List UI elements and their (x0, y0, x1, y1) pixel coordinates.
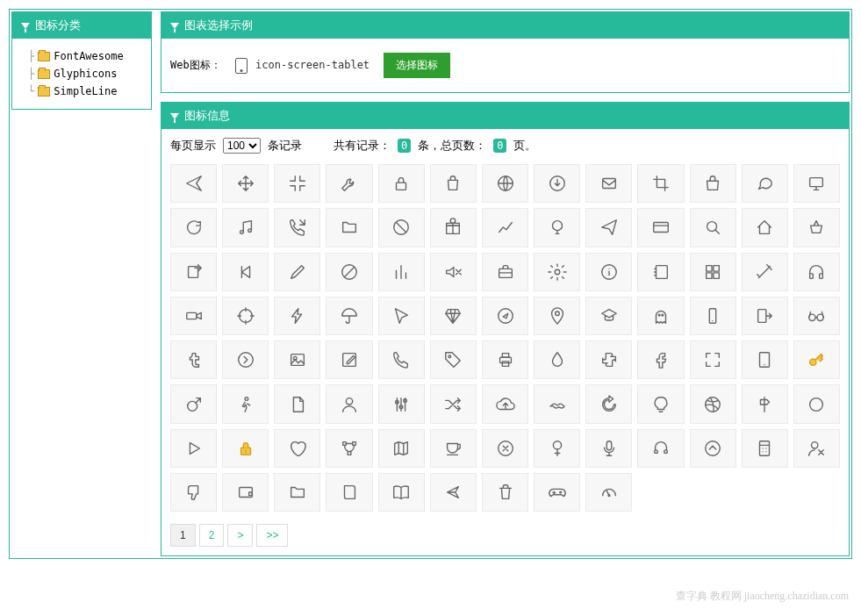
tree-item-glyphicons[interactable]: ├ Glyphicons (21, 65, 142, 82)
refresh-icon[interactable] (585, 384, 632, 423)
gift-icon[interactable] (430, 208, 477, 247)
lock-gold-icon[interactable] (222, 429, 269, 468)
compass-icon[interactable] (482, 297, 528, 335)
credit-card-icon[interactable] (637, 208, 684, 247)
circle-icon[interactable] (793, 384, 840, 423)
page-1[interactable]: 1 (170, 524, 196, 547)
page-last[interactable]: >> (256, 524, 288, 547)
call-out-icon[interactable] (274, 208, 320, 247)
energy-icon[interactable] (274, 297, 320, 335)
bar-chart-icon[interactable] (378, 253, 425, 291)
move-icon[interactable] (222, 164, 269, 203)
user-icon[interactable] (326, 384, 372, 423)
envelope-icon[interactable] (585, 164, 632, 203)
pencil-icon[interactable] (274, 253, 320, 291)
reload-icon[interactable] (170, 208, 217, 247)
select-icon-button[interactable]: 选择图标 (384, 53, 450, 78)
diamond-icon[interactable] (430, 297, 477, 335)
map-icon[interactable] (378, 429, 425, 468)
game-icon[interactable] (534, 473, 580, 512)
lock-icon[interactable] (378, 164, 425, 203)
book-open-icon[interactable] (378, 473, 425, 512)
cup-icon[interactable] (430, 429, 477, 468)
handbag-icon[interactable] (690, 164, 736, 203)
ghost-icon[interactable] (637, 297, 684, 335)
location-icon[interactable] (534, 297, 580, 335)
shuffle-icon[interactable] (430, 384, 477, 423)
puzzle-icon[interactable] (585, 340, 632, 379)
paper-plane-icon[interactable] (585, 208, 632, 247)
plane-icon[interactable] (170, 164, 217, 203)
tablet-icon[interactable] (742, 340, 788, 379)
info-icon[interactable] (585, 253, 632, 291)
ban-icon[interactable] (378, 208, 425, 247)
dislike-icon[interactable] (170, 473, 217, 512)
target-icon[interactable] (222, 297, 269, 335)
heart-icon[interactable] (274, 429, 320, 468)
trash-icon[interactable] (482, 473, 528, 512)
share-icon[interactable] (170, 253, 217, 291)
signpost-icon[interactable] (742, 384, 788, 423)
shrink-icon[interactable] (274, 164, 320, 203)
dribbble-icon[interactable] (690, 384, 736, 423)
volume-off-icon[interactable] (430, 253, 477, 291)
tumblr-icon[interactable] (170, 340, 217, 379)
prev-icon[interactable] (222, 253, 269, 291)
microphone-icon[interactable] (585, 429, 632, 468)
key-icon[interactable] (793, 340, 840, 379)
briefcase-icon[interactable] (482, 253, 528, 291)
phone-icon[interactable] (378, 340, 425, 379)
download-circle-icon[interactable] (534, 164, 580, 203)
monitor-icon[interactable] (793, 164, 840, 203)
line-chart-icon[interactable] (482, 208, 528, 247)
edit-icon[interactable] (326, 340, 372, 379)
tree-item-simpleline[interactable]: └ SimpleLine (21, 82, 142, 100)
basket-icon[interactable] (793, 208, 840, 247)
folder-icon[interactable] (326, 208, 372, 247)
user-unfollow-icon[interactable] (793, 429, 840, 468)
music-icon[interactable] (222, 208, 269, 247)
cursor-icon[interactable] (378, 297, 425, 335)
camcorder-icon[interactable] (170, 297, 217, 335)
crop-icon[interactable] (637, 164, 684, 203)
wallet-icon[interactable] (222, 473, 269, 512)
play-icon[interactable] (170, 429, 217, 468)
page-next[interactable]: > (227, 524, 253, 547)
walk-icon[interactable] (222, 384, 269, 423)
magnifier-icon[interactable] (690, 208, 736, 247)
document-icon[interactable] (274, 384, 320, 423)
picture-icon[interactable] (274, 340, 320, 379)
ban-alt-icon[interactable] (326, 253, 372, 291)
per-page-select[interactable]: 100 (223, 138, 261, 154)
smartphone-icon[interactable] (690, 297, 736, 335)
graduation-icon[interactable] (585, 297, 632, 335)
wrench-icon[interactable] (326, 164, 372, 203)
folder-alt-icon[interactable] (274, 473, 320, 512)
equalizer-icon[interactable] (378, 384, 425, 423)
close-circle-icon[interactable] (482, 429, 528, 468)
female-icon[interactable] (534, 429, 580, 468)
calculator-icon[interactable] (742, 429, 788, 468)
book-icon[interactable] (326, 473, 372, 512)
notebook-icon[interactable] (637, 253, 684, 291)
male-icon[interactable] (170, 384, 217, 423)
cloud-upload-icon[interactable] (482, 384, 528, 423)
share-alt-icon[interactable] (430, 473, 477, 512)
glasses-icon[interactable] (793, 297, 840, 335)
magic-wand-icon[interactable] (742, 253, 788, 291)
vector-icon[interactable] (326, 429, 372, 468)
logout-icon[interactable] (742, 297, 788, 335)
settings-icon[interactable] (534, 253, 580, 291)
grid-icon[interactable] (690, 253, 736, 291)
home-icon[interactable] (742, 208, 788, 247)
facebook-icon[interactable] (637, 340, 684, 379)
earphones-icon[interactable] (637, 429, 684, 468)
tree-item-fontawesome[interactable]: ├ FontAwesome (21, 47, 142, 65)
page-2[interactable]: 2 (199, 524, 225, 547)
globe-light-icon[interactable] (534, 208, 580, 247)
tag-icon[interactable] (430, 340, 477, 379)
printer-icon[interactable] (482, 340, 528, 379)
globe-icon[interactable] (482, 164, 528, 203)
umbrella-icon[interactable] (326, 297, 372, 335)
speedometer-icon[interactable] (585, 473, 632, 512)
